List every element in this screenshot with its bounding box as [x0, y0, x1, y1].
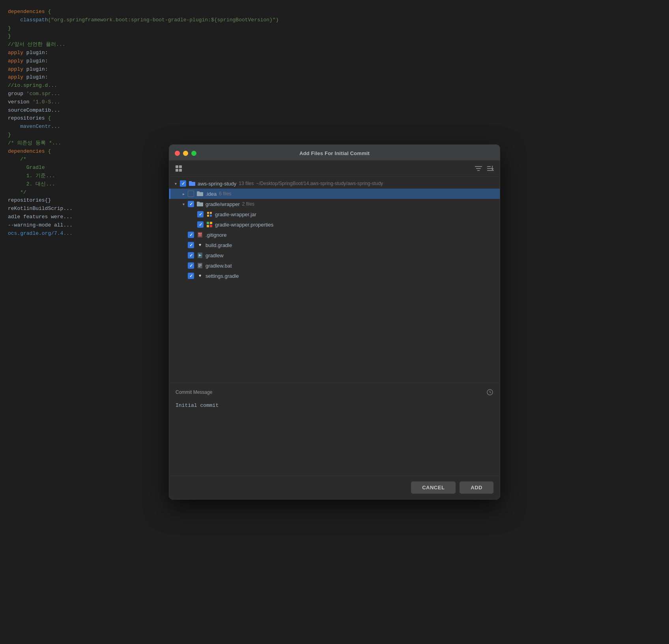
- file-tree-toolbar: [169, 161, 500, 177]
- checkbox-idea[interactable]: [188, 191, 194, 197]
- dialog-footer: CANCEL ADD: [169, 476, 500, 499]
- svg-rect-0: [176, 165, 178, 168]
- svg-rect-27: [198, 264, 202, 265]
- close-button[interactable]: [175, 151, 180, 156]
- add-files-dialog: Add Files For Initial Commit: [169, 144, 500, 500]
- gradle-wrapper-jar-name: gradle-wrapper.jar: [215, 212, 256, 217]
- commit-section: Commit Message Initial commit: [169, 383, 500, 476]
- expand-arrow-jar: [190, 211, 196, 217]
- gradle-wrapper-properties-name: gradle-wrapper.properties: [215, 222, 273, 228]
- maximize-button[interactable]: [191, 151, 196, 156]
- tree-item-settings-gradle[interactable]: settings.gradle: [169, 271, 500, 281]
- svg-rect-28: [198, 265, 202, 266]
- commit-label-row: Commit Message: [176, 389, 493, 396]
- gradle-wrapper-file-count: 2 files: [242, 201, 254, 207]
- idea-file-count: 6 files: [219, 191, 231, 197]
- expand-arrow-gradle-wrapper[interactable]: [180, 201, 187, 207]
- svg-rect-19: [198, 233, 200, 234]
- checkbox-gitignore[interactable]: [188, 232, 194, 238]
- folder-icon-idea: [196, 191, 204, 197]
- toolbar-right: [474, 165, 495, 172]
- commit-label: Commit Message: [176, 389, 212, 395]
- svg-rect-16: [207, 225, 209, 227]
- expand-arrow-gradlew-bat: [180, 262, 187, 269]
- svg-rect-29: [198, 266, 200, 267]
- gradle-file-icon: [196, 242, 204, 248]
- checkbox-root[interactable]: [180, 180, 186, 187]
- gradlew-name: gradlew: [206, 253, 224, 258]
- grid-view-button[interactable]: [174, 164, 183, 173]
- svg-rect-2: [176, 169, 178, 172]
- tree-item-gradle-wrapper[interactable]: gradle/wrapper 2 files: [169, 199, 500, 209]
- tree-item-gradlew-bat[interactable]: gradlew.bat: [169, 260, 500, 271]
- tree-item-root[interactable]: aws-spring-study 13 files ~/Desktop/Spri…: [169, 178, 500, 189]
- svg-rect-1: [179, 165, 182, 168]
- root-file-path: ~/Desktop/SpringBoot/14.aws-spring-study…: [256, 181, 383, 186]
- settings-gradle-name: settings.gradle: [206, 273, 239, 279]
- checkbox-build-gradle[interactable]: [188, 242, 194, 248]
- idea-folder-name: .idea: [206, 191, 217, 197]
- properties-file-icon: [206, 221, 213, 228]
- expand-arrow-root[interactable]: [172, 180, 179, 187]
- filter-button[interactable]: [474, 165, 483, 172]
- checkbox-settings-gradle[interactable]: [188, 273, 194, 279]
- commit-message-text: Initial commit: [176, 402, 219, 408]
- expand-arrow-gitignore: [180, 232, 187, 238]
- svg-rect-17: [210, 225, 212, 227]
- gradlew-bat-name: gradlew.bat: [206, 263, 232, 269]
- expand-arrow-properties: [190, 221, 196, 228]
- svg-rect-20: [200, 233, 202, 234]
- expand-arrow-settings-gradle: [180, 273, 187, 279]
- folder-icon-root: [189, 180, 196, 187]
- tree-item-gradlew[interactable]: gradlew: [169, 250, 500, 260]
- add-button[interactable]: ADD: [460, 481, 493, 494]
- expand-arrow-gradlew: [180, 252, 187, 258]
- cancel-button[interactable]: CANCEL: [411, 481, 456, 494]
- traffic-lights: [175, 151, 196, 156]
- script-file-icon: [196, 252, 204, 258]
- checkbox-gradlew[interactable]: [188, 252, 194, 258]
- dialog-title: Add Files For Initial Commit: [299, 150, 370, 156]
- gitignore-name: .gitignore: [206, 232, 226, 238]
- svg-rect-21: [198, 234, 202, 235]
- minimize-button[interactable]: [183, 151, 188, 156]
- checkbox-gradle-wrapper[interactable]: [188, 201, 194, 207]
- tree-item-build-gradle[interactable]: build.gradle: [169, 240, 500, 250]
- toolbar-left: [174, 164, 183, 173]
- tree-item-gradle-wrapper-properties[interactable]: gradle-wrapper.properties: [169, 219, 500, 230]
- commit-history-button[interactable]: [486, 389, 493, 396]
- svg-rect-12: [207, 215, 209, 217]
- tree-item-gradle-wrapper-jar[interactable]: gradle-wrapper.jar: [169, 209, 500, 219]
- expand-arrow-build-gradle: [180, 242, 187, 248]
- svg-rect-11: [210, 212, 212, 214]
- expand-arrow-idea[interactable]: [180, 191, 187, 197]
- git-file-icon: [196, 232, 204, 238]
- tree-item-idea[interactable]: .idea 6 files: [169, 189, 500, 199]
- folder-icon-gradle-wrapper: [196, 201, 204, 207]
- root-file-count: 13 files: [239, 181, 254, 186]
- svg-rect-14: [207, 222, 209, 224]
- build-gradle-name: build.gradle: [206, 242, 232, 248]
- dialog-titlebar: Add Files For Initial Commit: [169, 145, 500, 161]
- gradle-wrapper-folder-name: gradle/wrapper: [206, 201, 240, 207]
- bat-file-icon: [196, 262, 204, 269]
- file-tree[interactable]: aws-spring-study 13 files ~/Desktop/Spri…: [169, 177, 500, 383]
- commit-message-area[interactable]: Initial commit: [176, 399, 493, 470]
- svg-rect-3: [179, 169, 182, 172]
- dialog-overlay: Add Files For Initial Commit: [169, 144, 500, 500]
- checkbox-gradlew-bat[interactable]: [188, 262, 194, 269]
- settings-gradle-file-icon: [196, 273, 204, 279]
- svg-rect-13: [210, 215, 212, 217]
- checkbox-gradle-wrapper-jar[interactable]: [197, 211, 204, 217]
- svg-rect-10: [207, 212, 209, 214]
- root-folder-name: aws-spring-study: [198, 181, 236, 187]
- checkbox-gradle-wrapper-properties[interactable]: [197, 221, 204, 228]
- sort-button[interactable]: [486, 165, 495, 172]
- jar-file-icon: [206, 211, 213, 217]
- svg-rect-22: [198, 236, 202, 236]
- tree-item-gitignore[interactable]: .gitignore: [169, 230, 500, 240]
- svg-rect-15: [210, 222, 212, 224]
